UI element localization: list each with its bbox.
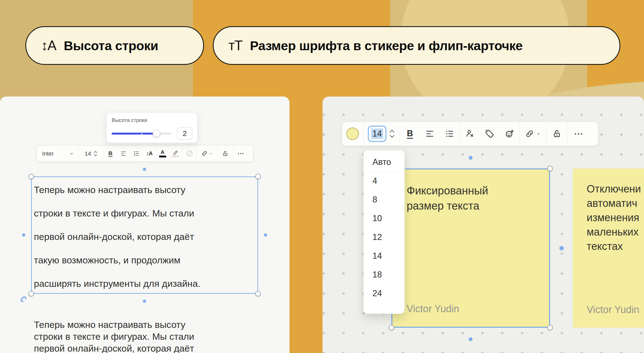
lock-open-icon — [222, 150, 229, 157]
line-height-icon: ↕A — [41, 38, 56, 54]
no-fill-icon — [186, 150, 193, 157]
text-block-plain[interactable]: Теперь можно настраивать высоту строки в… — [34, 319, 194, 353]
sticker-text-line: автоматич — [587, 196, 641, 210]
bold-icon: B — [108, 150, 112, 157]
link-button[interactable] — [197, 146, 217, 161]
font-size-input[interactable]: 14 — [368, 126, 386, 141]
tag-button[interactable] — [480, 122, 500, 146]
link-button[interactable] — [520, 122, 546, 146]
bullet-list-icon — [445, 129, 454, 138]
line-height-button[interactable]: ↕A — [143, 146, 156, 161]
chevron-down-icon — [536, 131, 541, 136]
text-line: строки в тексте и фигурах. Мы стали — [34, 331, 194, 343]
badge-font-size-label: Размер шрифта в стикере и флип-карточке — [250, 38, 522, 53]
font-size-value: 14 — [371, 129, 383, 139]
dropdown-item-8[interactable]: 8 — [364, 190, 404, 209]
lock-open-icon — [552, 129, 562, 138]
text-line: Теперь можно настраивать высоту — [34, 319, 194, 331]
badge-line-height-label: Высота строки — [64, 38, 158, 53]
connector-dot-right[interactable] — [264, 233, 267, 237]
sticker-text: Фиксированный размер текста — [407, 183, 488, 213]
dropdown-item-24[interactable]: 24 — [364, 284, 404, 303]
bold-button[interactable]: B — [400, 122, 420, 146]
text-color-button[interactable]: A — [156, 146, 169, 161]
sticker-text-line: размер текста — [407, 198, 488, 213]
line-height-popup: Высота строки 2 — [106, 113, 197, 143]
sticky-note-selected[interactable]: Фиксированный размер текста Victor Yudin — [391, 169, 550, 328]
slider-fill — [112, 133, 156, 135]
dropdown-item-12[interactable]: 12 — [364, 228, 404, 247]
dropdown-item-auto[interactable]: Авто — [364, 153, 404, 171]
line-height-icon: ↕A — [146, 150, 152, 157]
sticker-text-line: текстах — [587, 239, 641, 253]
sticker-color-button[interactable] — [342, 122, 363, 146]
more-button[interactable] — [568, 122, 589, 146]
sticker-toolbar: 14 B — [342, 122, 598, 146]
add-reaction-button[interactable] — [500, 122, 519, 146]
font-size-dropdown: Авто 4 8 10 12 14 18 24 — [363, 150, 405, 314]
more-icon — [575, 133, 582, 135]
connector-dot-top[interactable] — [143, 168, 146, 171]
sticker-text-line: Отключени — [587, 182, 641, 196]
dropdown-item-4[interactable]: 4 — [364, 172, 404, 190]
lock-button[interactable] — [546, 122, 567, 146]
rotate-handle-icon[interactable] — [19, 295, 28, 304]
sticker-author: Victor Yudin — [587, 304, 639, 315]
font-family-select[interactable]: Inter — [37, 146, 78, 161]
connector-dot-bottom[interactable] — [143, 299, 146, 303]
align-left-icon — [425, 129, 434, 138]
align-button[interactable] — [117, 146, 130, 161]
sticker-color-icon — [346, 127, 359, 140]
dropdown-item-18[interactable]: 18 — [364, 265, 404, 284]
bullet-list-button[interactable] — [440, 122, 460, 146]
selection-frame[interactable] — [31, 176, 258, 294]
selection-handle-top-right[interactable] — [255, 174, 261, 179]
dropdown-item-14[interactable]: 14 — [364, 247, 404, 265]
sticker-text-line: маленьких — [587, 225, 641, 239]
bold-button[interactable]: B — [104, 146, 117, 161]
slider-thumb[interactable] — [153, 130, 160, 137]
chevron-down-icon — [69, 151, 74, 156]
more-button[interactable] — [233, 146, 248, 161]
text-toolbar: Inter 14 B ↕A — [36, 145, 253, 162]
sticker-text-line: Фиксированный — [407, 183, 488, 198]
slider-default-mark — [141, 133, 143, 135]
bullet-list-icon — [133, 150, 140, 157]
connector-dot-left[interactable] — [22, 233, 25, 237]
no-fill-button[interactable] — [182, 146, 197, 161]
font-size-icon: тТ — [229, 38, 242, 54]
line-height-slider[interactable] — [112, 133, 171, 135]
remove-assignee-button[interactable] — [460, 122, 480, 146]
font-family-value: Inter — [42, 150, 54, 157]
connector-dot-top[interactable] — [469, 156, 473, 160]
text-color-icon: A — [159, 149, 166, 157]
selection-handle-bottom-right[interactable] — [547, 325, 553, 330]
line-height-value-box[interactable]: 2 — [177, 127, 192, 140]
sticky-note-right[interactable]: Отключени автоматич изменения маленьких … — [573, 169, 644, 328]
link-icon — [201, 150, 208, 157]
selection-handle-bottom-right[interactable] — [255, 291, 261, 296]
font-size-value: 14 — [85, 150, 91, 157]
link-icon — [525, 129, 534, 138]
sticker-author: Victor Yudin — [407, 303, 459, 315]
selection-handle-top-right[interactable] — [547, 166, 553, 171]
align-button[interactable] — [420, 122, 440, 146]
lock-button[interactable] — [218, 146, 233, 161]
remove-assignee-icon — [465, 129, 474, 138]
connector-dot-bottom[interactable] — [469, 337, 473, 341]
chevron-down-icon — [209, 152, 213, 156]
sticker-text: Отключени автоматич изменения маленьких … — [587, 182, 641, 253]
selection-handle-bottom-left[interactable] — [389, 325, 394, 330]
badge-line-height: ↕A Высота строки — [25, 26, 204, 65]
sticker-text-line: изменения — [587, 210, 641, 225]
add-reaction-icon — [505, 129, 514, 138]
connector-dot-right[interactable] — [559, 246, 564, 250]
selection-handle-bottom-left[interactable] — [28, 291, 34, 296]
selection-handle-top-left[interactable] — [28, 174, 34, 179]
dropdown-item-10[interactable]: 10 — [364, 209, 404, 228]
bullet-list-button[interactable] — [130, 146, 143, 161]
stepper-up-down-icon[interactable] — [389, 130, 395, 138]
tag-icon — [485, 129, 494, 138]
highlight-button[interactable] — [169, 146, 182, 161]
font-size-stepper[interactable]: 14 — [78, 146, 104, 161]
